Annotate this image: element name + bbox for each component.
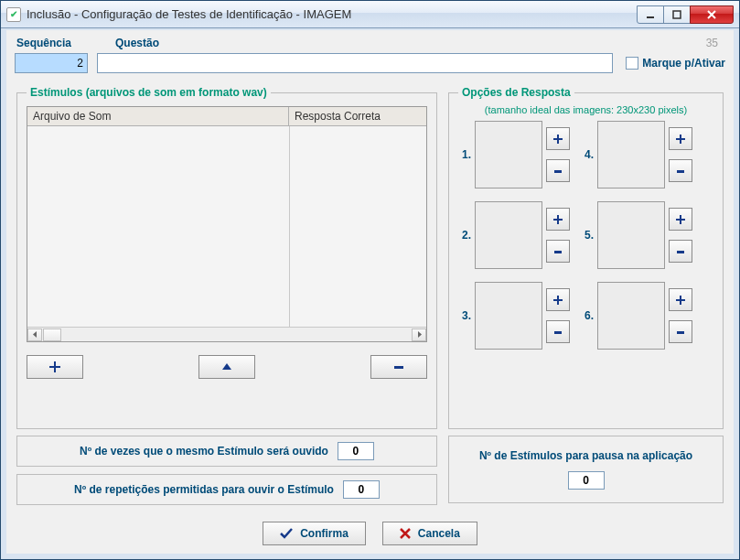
response-cell-3: 3. xyxy=(458,282,570,350)
times-heard-input[interactable] xyxy=(338,442,374,460)
response-add-4[interactable] xyxy=(669,127,692,150)
form-area: 35 Sequência Questão Marque p/Ativar xyxy=(9,33,731,551)
below-left-rows: Nº de vezes que o mesmo Estímulo será ou… xyxy=(16,436,437,505)
response-add-3[interactable] xyxy=(546,288,570,311)
add-stimulus-button[interactable] xyxy=(27,355,83,379)
times-heard-row: Nº de vezes que o mesmo Estímulo será ou… xyxy=(16,436,437,467)
scroll-left-icon[interactable] xyxy=(27,328,42,341)
minus-icon xyxy=(675,327,686,338)
edit-stimulus-button[interactable] xyxy=(198,355,255,379)
remove-stimulus-button[interactable] xyxy=(370,355,427,379)
response-num-2: 2. xyxy=(458,229,471,242)
sequence-input[interactable] xyxy=(15,53,88,73)
response-remove-5[interactable] xyxy=(669,240,692,263)
response-remove-1[interactable] xyxy=(546,159,570,182)
response-cell-4: 4. xyxy=(581,121,692,188)
confirm-button[interactable]: Confirma xyxy=(263,522,366,545)
col-correct-answer: Resposta Correta xyxy=(289,107,426,125)
scroll-right-icon[interactable] xyxy=(412,328,426,341)
minus-icon xyxy=(552,166,563,177)
plus-icon xyxy=(552,214,563,225)
table-header: Arquivo de Som Resposta Correta xyxy=(27,107,426,126)
confirm-label: Confirma xyxy=(300,527,349,540)
plus-icon xyxy=(675,295,686,306)
pause-input[interactable] xyxy=(568,471,605,490)
response-cell-2: 2. xyxy=(458,201,570,269)
response-image-4[interactable] xyxy=(597,121,665,188)
responses-grid: 1. 4. xyxy=(458,121,713,350)
response-cell-1: 1. xyxy=(458,121,570,188)
pause-label: Nº de Estímulos para pausa na aplicação xyxy=(479,449,692,462)
response-add-5[interactable] xyxy=(669,208,692,231)
up-arrow-icon xyxy=(220,361,233,373)
response-image-2[interactable] xyxy=(475,201,542,269)
response-add-2[interactable] xyxy=(546,208,570,231)
response-cell-6: 6. xyxy=(581,282,692,350)
scroll-track[interactable] xyxy=(42,328,412,341)
response-num-5: 5. xyxy=(581,229,594,242)
top-row: Sequência Questão Marque p/Ativar xyxy=(15,37,725,73)
minus-icon xyxy=(392,361,405,373)
svg-rect-8 xyxy=(677,331,684,334)
horizontal-scrollbar[interactable] xyxy=(27,327,426,341)
check-icon xyxy=(280,528,293,539)
responses-legend: Opções de Resposta xyxy=(458,86,574,99)
minus-icon xyxy=(552,246,563,257)
plus-icon xyxy=(675,134,686,145)
plus-icon xyxy=(675,214,686,225)
response-image-6[interactable] xyxy=(597,282,665,350)
window-frame: ✔ Inclusão - Configuração de Testes de I… xyxy=(0,0,740,560)
svg-rect-7 xyxy=(554,331,562,334)
scroll-thumb[interactable] xyxy=(43,328,61,341)
table-body[interactable] xyxy=(27,126,426,327)
response-remove-4[interactable] xyxy=(669,159,692,182)
close-button[interactable] xyxy=(690,5,734,24)
plus-icon xyxy=(552,134,563,145)
svg-rect-2 xyxy=(394,366,403,369)
below-right-box: Nº de Estímulos para pausa na aplicação xyxy=(448,436,724,503)
stimuli-group: Estímulos (arquivos de som em formato wa… xyxy=(16,86,437,429)
response-image-3[interactable] xyxy=(475,282,542,350)
reps-label: Nº de repetições permitidas para ouvir o… xyxy=(74,483,334,496)
svg-rect-3 xyxy=(554,170,562,173)
stimuli-table[interactable]: Arquivo de Som Resposta Correta xyxy=(27,106,427,342)
response-num-3: 3. xyxy=(458,309,471,322)
cancel-button[interactable]: Cancela xyxy=(382,522,477,545)
response-image-5[interactable] xyxy=(597,201,665,269)
svg-rect-1 xyxy=(673,11,681,18)
response-image-1[interactable] xyxy=(475,121,542,188)
responses-group: Opções de Resposta (tamanho ideal das im… xyxy=(448,86,724,429)
plus-icon xyxy=(552,295,563,306)
window-buttons xyxy=(638,5,734,24)
minus-icon xyxy=(675,246,686,257)
response-remove-3[interactable] xyxy=(546,320,570,343)
response-num-4: 4. xyxy=(581,148,594,161)
response-remove-6[interactable] xyxy=(669,320,692,343)
response-add-6[interactable] xyxy=(669,288,692,311)
response-num-1: 1. xyxy=(458,148,471,161)
column-divider xyxy=(289,126,290,327)
stimuli-legend: Estímulos (arquivos de som em formato wa… xyxy=(27,86,271,99)
response-add-1[interactable] xyxy=(546,127,570,150)
times-heard-label: Nº de vezes que o mesmo Estímulo será ou… xyxy=(80,445,328,458)
reps-input[interactable] xyxy=(343,480,380,499)
svg-rect-6 xyxy=(677,251,684,253)
question-input[interactable] xyxy=(97,53,613,73)
response-num-6: 6. xyxy=(581,309,594,322)
stimuli-buttons xyxy=(27,355,427,379)
titlebar[interactable]: ✔ Inclusão - Configuração de Testes de I… xyxy=(1,1,739,28)
cancel-label: Cancela xyxy=(418,527,460,540)
minus-icon xyxy=(552,327,563,338)
mark-active-label: Marque p/Ativar xyxy=(642,57,725,70)
response-remove-2[interactable] xyxy=(546,240,570,263)
response-cell-5: 5. xyxy=(581,201,692,269)
window-title: Inclusão - Configuração de Testes de Ide… xyxy=(27,7,632,21)
sequence-label: Sequência xyxy=(15,37,115,49)
mark-active-row[interactable]: Marque p/Ativar xyxy=(626,57,725,70)
mark-active-checkbox[interactable] xyxy=(626,57,638,70)
minimize-button[interactable] xyxy=(637,5,664,24)
plus-icon xyxy=(48,361,61,373)
maximize-button[interactable] xyxy=(663,5,691,24)
minus-icon xyxy=(675,166,686,177)
col-sound-file: Arquivo de Som xyxy=(27,107,289,125)
